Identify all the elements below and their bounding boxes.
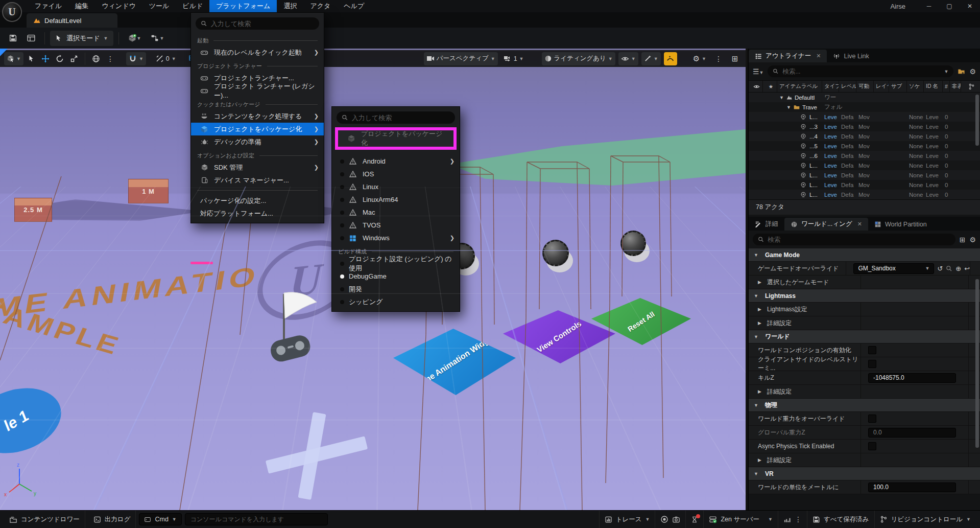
type-link[interactable]: Leve [824,182,837,188]
menu-tools[interactable]: ツール [142,0,176,12]
scale-tool-button[interactable] [67,52,81,65]
world-to-meters-input[interactable] [868,483,956,492]
column-hidden[interactable]: 非表 [950,81,961,92]
viewport-options-button[interactable]: ⋮ [712,52,725,65]
type-link[interactable]: Leve [824,153,837,159]
category-lightmass[interactable]: ▼Lightmass [749,289,980,303]
move-tool-button[interactable] [39,52,52,65]
actor-row[interactable]: ...3LeveDefaMovNoneLeve0 [749,122,980,131]
trace-button[interactable]: トレース ▼ [599,511,656,528]
show-flags-button[interactable]: ▼ [618,52,638,65]
add-asset-icon[interactable]: ⊕ [955,265,961,272]
menu-help[interactable]: ヘルプ [337,0,371,12]
type-link[interactable]: Leve [824,114,837,120]
menu-item-project-launcher-legacy[interactable]: プロジェクト ランチャー (レガシー)... [191,84,324,97]
reset-default-icon[interactable]: ↩ [964,265,970,272]
tab-world-settings[interactable]: ワールド...ィング✕ [784,218,868,231]
filter-icon[interactable]: ☰▼ [753,67,763,76]
type-link[interactable]: Leve [824,143,837,149]
outliner-search-input[interactable] [782,68,940,75]
menu-item-packaging-settings[interactable]: パッケージ化の設定... [191,194,324,207]
global-gravity-input[interactable] [868,428,956,438]
actor-row[interactable]: ...5LeveDefaMovNoneLeve0 [749,141,980,151]
browse-to-asset-icon[interactable]: ↺ [937,265,943,272]
submenu-item-shipping[interactable]: シッピング [332,295,460,308]
game-view-toggle[interactable] [664,52,677,65]
world-composition-checkbox[interactable] [868,346,876,354]
type-link[interactable]: Leve [824,192,837,198]
expand-arrow-icon[interactable]: ▼ [786,105,791,110]
menu-item-device-manager[interactable]: デバイス マネージャー... [191,174,324,187]
submenu-search-input[interactable] [352,114,450,122]
pending-tasks-button[interactable] [686,511,704,528]
expand-arrow-icon[interactable]: ▼ [779,95,784,100]
revision-control-button[interactable]: リビジョンコントロール ▼ [875,511,976,528]
row-selected-game-mode[interactable]: ▶選択したゲームモード [749,276,980,289]
menu-platforms[interactable]: プラットフォーム [209,0,277,12]
outliner-search[interactable]: ▼ [768,65,953,77]
blueprints-button[interactable]: ▼ [147,31,168,46]
actor-row[interactable]: L...LeveDefaMovNoneLeve0 [749,112,980,122]
type-link[interactable]: Leve [824,163,837,169]
derived-data-icon[interactable] [783,516,791,523]
viewport-settings-button[interactable]: ⚙▼ [690,52,709,65]
column-type[interactable]: タイプ [822,81,839,92]
menu-file[interactable]: ファイル [28,0,68,12]
column-socket[interactable]: ソケ [907,81,924,92]
insights-icon[interactable] [660,515,668,523]
transform-options-button[interactable]: ⋮ [104,52,117,65]
async-physics-checkbox[interactable] [868,442,876,450]
outliner-settings-icon[interactable]: ⚙ [969,67,976,76]
menu-item-sdk[interactable]: SDK 管理❯ [191,161,324,174]
kill-z-input[interactable] [868,373,956,383]
column-count[interactable]: # [943,81,950,92]
actor-row[interactable]: L...LeveDefaMovNoneLeve0 [749,190,980,199]
find-asset-icon[interactable] [946,265,952,272]
menu-select[interactable]: 選択 [277,0,303,12]
row-physics-advanced[interactable]: ▶詳細設定 [749,453,980,467]
actor-row[interactable]: ...6LeveDefaMovNoneLeve0 [749,151,980,160]
chevron-down-icon[interactable]: ▼ [944,69,949,74]
submenu-item-ios[interactable]: IOS [332,168,460,180]
quad-view-button[interactable]: ⊞ [728,52,742,65]
details-scrollbar[interactable] [975,279,979,448]
column-favorite[interactable]: ★ [763,81,777,92]
menu-actor[interactable]: アクタ [303,0,337,12]
tab-outliner[interactable]: アウトライナー✕ [749,50,827,62]
unreal-logo-icon[interactable]: U [2,2,22,22]
submenu-item-development[interactable]: 開発 [332,283,460,295]
menu-item-quick-launch[interactable]: 現在のレベルをクイック起動❯ [191,46,324,59]
menu-item-cook-content[interactable]: コンテンツをクック処理する❯ [191,110,324,123]
submenu-item-mac[interactable]: Mac [332,206,460,219]
menu-window[interactable]: ウィンドウ [95,0,142,12]
folder-row[interactable]: ▼ Trave フォル [749,102,980,112]
row-world-advanced[interactable]: ▶詳細設定 [749,385,980,399]
column-mobility[interactable]: 可動 [856,81,874,92]
console-command-input[interactable] [185,513,328,525]
category-game-mode[interactable]: ▼Game Mode [749,248,980,262]
tab-live-link[interactable]: Live Link [827,50,875,62]
editor-mode-select[interactable]: 選択モード ▼ [50,31,113,46]
rotation-snap-button[interactable]: 0 ▼ [153,52,179,65]
type-link[interactable]: Leve [824,133,837,140]
menu-item-supported-platforms[interactable]: 対応プラットフォーム... [191,207,324,220]
maximize-button[interactable]: ▢ [939,0,960,12]
level-tab[interactable]: DefaultLevel [27,13,117,28]
submenu-item-windows[interactable]: Windows❯ [332,232,460,244]
menu-item-package-project[interactable]: プロジェクトをパッケージ化❯ [191,123,324,135]
content-drawer-button[interactable]: コンテンツドロワー [4,511,85,528]
row-lightmass-settings[interactable]: ▶Lightmass設定 [749,303,980,316]
content-browser-button[interactable] [23,31,39,46]
game-mode-override-select[interactable]: GM_Sandbox▼ [853,263,934,274]
column-level[interactable]: レベル [839,81,856,92]
type-link[interactable]: Leve [824,124,837,130]
actor-row[interactable]: L...LeveDefaMovNoneLeve0 [749,170,980,180]
column-pin[interactable] [961,81,980,92]
category-physics[interactable]: ▼物理 [749,399,980,412]
client-streaming-checkbox[interactable] [868,360,876,368]
perspective-select[interactable]: パースペクティブ ▼ [424,52,498,65]
add-folder-icon[interactable] [958,67,965,75]
camera-speed-button[interactable]: 1 ▼ [501,52,527,65]
view-mode-select[interactable]: ライティングあり ▼ [542,52,615,65]
screenshot-icon[interactable] [672,516,680,523]
